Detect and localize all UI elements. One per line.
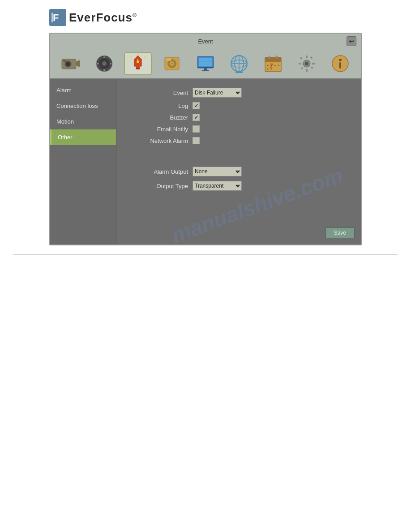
content-area: Alarm Connection loss Motion Other Event… [50,79,361,245]
sidebar-item-connection-loss[interactable]: Connection loss [50,98,116,114]
svg-rect-57 [312,63,315,64]
svg-point-47 [270,65,272,66]
svg-rect-44 [276,56,278,59]
main-panel: Event ↩ [49,33,362,245]
recording-toolbar-icon[interactable] [90,52,118,75]
log-checkbox[interactable] [193,102,200,109]
sidebar-item-alarm[interactable]: Alarm [50,82,116,98]
network-alarm-label: Network Alarm [130,137,188,144]
svg-rect-7 [63,60,66,62]
svg-rect-58 [300,57,303,60]
alarm-output-select[interactable]: None Output 1 Output 2 [193,167,242,176]
output-type-select[interactable]: Transparent Latched Momentary [193,181,242,191]
svg-rect-32 [199,58,212,66]
svg-rect-2 [51,13,53,22]
svg-point-6 [66,62,70,66]
svg-rect-30 [204,68,207,70]
log-row: Log [130,102,347,109]
svg-point-11 [103,56,105,58]
event-select-wrapper: Disk Failure Video Loss Motion [193,88,242,98]
buzzer-row: Buzzer [130,114,347,121]
svg-rect-39 [237,71,241,72]
svg-point-50 [267,69,268,70]
svg-point-12 [103,69,105,71]
logo-area: F EverFocus® [0,0,411,33]
svg-rect-61 [311,66,313,69]
buzzer-checkbox[interactable] [193,114,200,121]
disk-toolbar-icon[interactable] [158,52,186,75]
svg-rect-42 [265,57,281,62]
svg-rect-40 [235,72,243,73]
network-toolbar-icon[interactable] [225,52,253,75]
title-bar: Event ↩ [50,34,361,49]
form-area: Event Disk Failure Video Loss Motion Log… [116,79,361,245]
sidebar-item-other[interactable]: Other [50,129,116,145]
svg-point-53 [305,62,308,65]
camera-toolbar-icon[interactable] [57,52,85,75]
back-button[interactable]: ↩ [347,36,356,46]
svg-rect-55 [306,69,308,72]
schedule-toolbar-icon[interactable]: 7 [259,52,287,75]
log-label: Log [130,103,188,109]
svg-line-22 [144,56,145,57]
logo: F EverFocus® [49,9,137,26]
logo-text: EverFocus® [69,11,137,25]
logo-icon: F [49,9,66,26]
svg-point-10 [102,61,107,66]
svg-text:F: F [53,12,59,23]
svg-line-21 [131,56,132,57]
settings-toolbar-icon[interactable] [293,52,321,75]
output-type-select-wrapper: Transparent Latched Momentary [193,181,242,191]
email-notify-label: Email Notify [130,126,188,133]
svg-point-14 [110,63,111,64]
save-btn-row: Save [325,227,355,238]
svg-point-46 [267,65,268,66]
svg-rect-56 [299,63,301,64]
event-select[interactable]: Disk Failure Video Loss Motion [193,88,242,98]
svg-rect-54 [306,56,308,58]
svg-rect-64 [339,62,341,69]
bottom-divider [13,254,398,255]
icon-toolbar: 7 [50,49,361,79]
svg-point-17 [136,68,140,69]
svg-rect-43 [269,56,270,59]
monitor-toolbar-icon[interactable] [192,52,219,75]
window-title: Event [64,38,347,45]
svg-point-63 [339,59,342,61]
svg-rect-19 [137,59,138,61]
svg-rect-31 [202,70,209,71]
svg-point-49 [278,65,279,66]
svg-marker-4 [76,60,80,67]
alarm-toolbar-icon[interactable] [124,52,152,75]
svg-point-26 [171,63,173,64]
svg-rect-27 [167,58,171,61]
email-notify-row: Email Notify [130,125,347,133]
svg-rect-59 [310,56,313,59]
svg-point-48 [274,65,275,66]
output-type-row: Output Type Transparent Latched Momentar… [130,181,347,191]
email-notify-checkbox[interactable] [193,125,200,133]
sidebar: Alarm Connection loss Motion Other [50,79,116,245]
network-alarm-row: Network Alarm [130,137,347,144]
alarm-output-row: Alarm Output None Output 1 Output 2 [130,167,347,176]
event-row: Event Disk Failure Video Loss Motion [130,88,347,98]
output-type-label: Output Type [130,183,188,189]
save-button[interactable]: Save [325,227,355,238]
svg-point-13 [97,63,99,64]
buzzer-label: Buzzer [130,114,188,121]
alarm-output-select-wrapper: None Output 1 Output 2 [193,167,242,176]
network-alarm-checkbox[interactable] [193,137,200,144]
svg-point-51 [270,69,272,70]
sidebar-item-motion[interactable]: Motion [50,114,116,129]
info-toolbar-icon[interactable] [326,52,354,75]
event-label: Event [130,90,188,96]
svg-rect-60 [301,67,304,70]
alarm-output-label: Alarm Output [130,168,188,175]
